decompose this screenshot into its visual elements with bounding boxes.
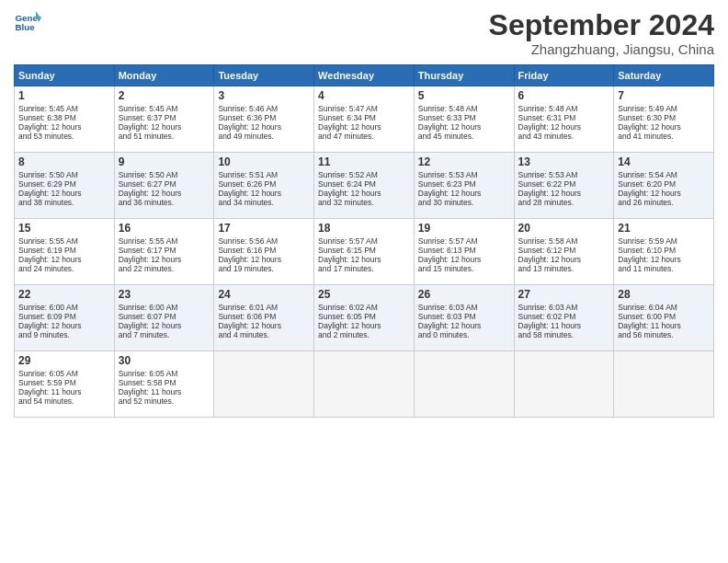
daylight-label: Daylight: 12 hours: [618, 189, 681, 198]
sunset-label: Sunset: 6:15 PM: [318, 246, 376, 255]
daylight-label: Daylight: 12 hours: [18, 255, 82, 264]
sunset-label: Sunset: 6:03 PM: [418, 312, 476, 321]
sunrise-label: Sunrise: 5:46 AM: [218, 104, 278, 113]
sunrise-label: Sunrise: 6:02 AM: [318, 303, 378, 312]
sunset-label: Sunset: 6:30 PM: [618, 113, 676, 122]
empty-cell: [614, 351, 714, 418]
daylight-mins: and 28 minutes.: [518, 198, 574, 207]
day-cell-9: 9 Sunrise: 5:50 AM Sunset: 6:27 PM Dayli…: [114, 153, 214, 219]
daylight-label: Daylight: 12 hours: [318, 321, 381, 330]
daylight-label: Daylight: 11 hours: [518, 321, 582, 330]
daylight-mins: and 53 minutes.: [18, 132, 74, 141]
daylight-mins: and 24 minutes.: [18, 264, 74, 273]
day-number: 5: [418, 89, 510, 102]
col-tuesday: Tuesday: [214, 65, 314, 86]
daylight-mins: and 58 minutes.: [518, 330, 574, 339]
daylight-mins: and 26 minutes.: [618, 198, 673, 207]
day-number: 26: [418, 288, 510, 301]
daylight-mins: and 56 minutes.: [618, 330, 673, 339]
daylight-label: Daylight: 12 hours: [218, 255, 281, 264]
daylight-mins: and 7 minutes.: [119, 330, 170, 339]
day-number: 20: [518, 222, 610, 235]
day-cell-6: 6 Sunrise: 5:48 AM Sunset: 6:31 PM Dayli…: [514, 86, 614, 153]
daylight-mins: and 15 minutes.: [418, 264, 473, 273]
sunrise-label: Sunrise: 5:54 AM: [618, 170, 677, 179]
col-sunday: Sunday: [15, 65, 115, 86]
daylight-label: Daylight: 12 hours: [418, 122, 482, 132]
sunrise-label: Sunrise: 5:53 AM: [418, 170, 478, 179]
week-row-2: 8 Sunrise: 5:50 AM Sunset: 6:29 PM Dayli…: [15, 153, 714, 219]
sunset-label: Sunset: 6:38 PM: [18, 113, 76, 122]
logo: General Blue: [14, 9, 41, 35]
day-cell-28: 28 Sunrise: 6:04 AM Sunset: 6:00 PM Dayl…: [614, 285, 714, 351]
daylight-label: Daylight: 12 hours: [318, 255, 381, 264]
daylight-label: Daylight: 12 hours: [18, 321, 82, 330]
day-number: 3: [218, 89, 310, 102]
sunrise-label: Sunrise: 5:48 AM: [418, 104, 478, 113]
sunset-label: Sunset: 6:06 PM: [218, 312, 276, 321]
sunrise-label: Sunrise: 6:00 AM: [119, 303, 178, 312]
sunrise-label: Sunrise: 5:57 AM: [418, 236, 478, 246]
sunrise-label: Sunrise: 5:57 AM: [318, 236, 378, 246]
day-cell-5: 5 Sunrise: 5:48 AM Sunset: 6:33 PM Dayli…: [414, 86, 514, 153]
sunrise-label: Sunrise: 5:52 AM: [318, 170, 378, 179]
sunrise-label: Sunrise: 5:58 AM: [518, 236, 578, 246]
sunset-label: Sunset: 6:29 PM: [18, 179, 76, 189]
col-thursday: Thursday: [414, 65, 514, 86]
sunrise-label: Sunrise: 5:45 AM: [119, 104, 178, 113]
day-cell-24: 24 Sunrise: 6:01 AM Sunset: 6:06 PM Dayl…: [214, 285, 314, 351]
day-cell-30: 30 Sunrise: 6:05 AM Sunset: 5:58 PM Dayl…: [114, 351, 214, 418]
svg-text:Blue: Blue: [16, 22, 36, 32]
day-number: 4: [318, 89, 410, 102]
sunset-label: Sunset: 6:33 PM: [418, 113, 476, 122]
day-number: 19: [418, 222, 510, 235]
day-cell-18: 18 Sunrise: 5:57 AM Sunset: 6:15 PM Dayl…: [314, 219, 415, 285]
logo-icon: General Blue: [14, 9, 41, 35]
daylight-mins: and 11 minutes.: [618, 264, 673, 273]
sunrise-label: Sunrise: 5:55 AM: [119, 236, 178, 246]
daylight-label: Daylight: 12 hours: [318, 189, 381, 198]
daylight-label: Daylight: 12 hours: [218, 321, 281, 330]
daylight-label: Daylight: 12 hours: [418, 321, 482, 330]
daylight-label: Daylight: 12 hours: [418, 255, 482, 264]
sunset-label: Sunset: 6:31 PM: [518, 113, 576, 122]
location: Zhangzhuang, Jiangsu, China: [489, 41, 714, 57]
day-cell-12: 12 Sunrise: 5:53 AM Sunset: 6:23 PM Dayl…: [414, 153, 514, 219]
col-wednesday: Wednesday: [314, 65, 415, 86]
day-cell-22: 22 Sunrise: 6:00 AM Sunset: 6:09 PM Dayl…: [15, 285, 115, 351]
week-row-4: 22 Sunrise: 6:00 AM Sunset: 6:09 PM Dayl…: [15, 285, 714, 351]
sunrise-label: Sunrise: 5:59 AM: [618, 236, 677, 246]
day-cell-29: 29 Sunrise: 6:05 AM Sunset: 5:59 PM Dayl…: [15, 351, 115, 418]
daylight-mins: and 22 minutes.: [119, 264, 174, 273]
daylight-mins: and 51 minutes.: [119, 132, 174, 141]
week-row-5: 29 Sunrise: 6:05 AM Sunset: 5:59 PM Dayl…: [15, 351, 714, 418]
daylight-mins: and 2 minutes.: [318, 330, 370, 339]
sunrise-label: Sunrise: 6:03 AM: [518, 303, 578, 312]
header: General Blue September 2024 Zhangzhuang,…: [14, 9, 714, 57]
day-number: 25: [318, 288, 410, 301]
day-cell-8: 8 Sunrise: 5:50 AM Sunset: 6:29 PM Dayli…: [15, 153, 115, 219]
sunset-label: Sunset: 6:16 PM: [218, 246, 276, 255]
daylight-mins: and 4 minutes.: [218, 330, 269, 339]
empty-cell: [514, 351, 614, 418]
daylight-label: Daylight: 12 hours: [618, 122, 681, 132]
sunrise-label: Sunrise: 5:50 AM: [18, 170, 78, 179]
day-cell-4: 4 Sunrise: 5:47 AM Sunset: 6:34 PM Dayli…: [314, 86, 415, 153]
day-cell-27: 27 Sunrise: 6:03 AM Sunset: 6:02 PM Dayl…: [514, 285, 614, 351]
daylight-mins: and 54 minutes.: [18, 396, 74, 406]
sunset-label: Sunset: 6:10 PM: [618, 246, 676, 255]
day-cell-10: 10 Sunrise: 5:51 AM Sunset: 6:26 PM Dayl…: [214, 153, 314, 219]
daylight-mins: and 9 minutes.: [18, 330, 70, 339]
daylight-label: Daylight: 12 hours: [218, 189, 281, 198]
daylight-mins: and 32 minutes.: [318, 198, 373, 207]
sunset-label: Sunset: 6:22 PM: [518, 179, 576, 189]
daylight-label: Daylight: 11 hours: [119, 387, 182, 396]
day-number: 23: [119, 288, 210, 301]
daylight-mins: and 38 minutes.: [18, 198, 74, 207]
col-friday: Friday: [514, 65, 614, 86]
sunset-label: Sunset: 5:58 PM: [119, 378, 176, 387]
daylight-mins: and 49 minutes.: [218, 132, 273, 141]
sunset-label: Sunset: 6:12 PM: [518, 246, 576, 255]
sunset-label: Sunset: 6:20 PM: [618, 179, 676, 189]
daylight-label: Daylight: 12 hours: [119, 321, 182, 330]
